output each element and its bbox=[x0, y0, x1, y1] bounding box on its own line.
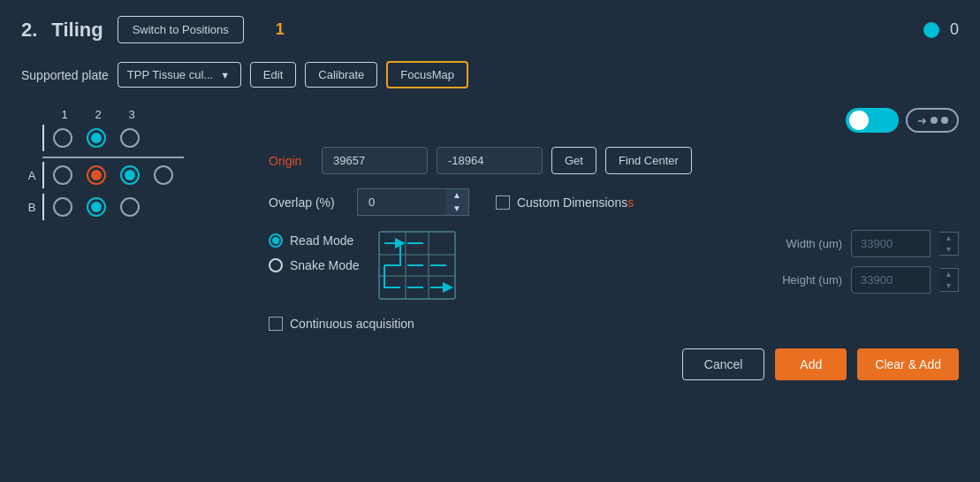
plate-dropdown-value: TPP Tissue cul... bbox=[127, 68, 213, 81]
mode-options: Read Mode Snake Mode bbox=[269, 230, 360, 272]
step-title: Tiling bbox=[51, 19, 103, 42]
cancel-button[interactable]: Cancel bbox=[682, 348, 765, 380]
col-header-2: 2 bbox=[81, 108, 115, 121]
count-badge: 1 bbox=[276, 20, 285, 39]
focusmap-button[interactable]: FocusMap bbox=[386, 61, 468, 88]
chevron-down-icon: ▼ bbox=[220, 70, 230, 80]
radio-cell-0-1[interactable] bbox=[80, 128, 113, 148]
dot-icon bbox=[931, 117, 938, 124]
col-header-3: 3 bbox=[115, 108, 148, 121]
clear-and-add-button[interactable]: Clear & Add bbox=[857, 348, 959, 380]
overlap-up-button[interactable]: ▲ bbox=[445, 189, 468, 203]
height-label: Height (um) bbox=[771, 273, 842, 287]
arrow-right-icon: ➜ bbox=[917, 114, 927, 127]
get-button[interactable]: Get bbox=[551, 147, 596, 174]
radio-cell-B-2[interactable] bbox=[113, 197, 147, 217]
width-down-button[interactable]: ▼ bbox=[939, 244, 958, 256]
arrow-control[interactable]: ➜ bbox=[906, 108, 959, 133]
radio-cell-B-0[interactable] bbox=[46, 197, 80, 217]
status-indicator bbox=[923, 22, 939, 38]
width-up-button[interactable]: ▲ bbox=[939, 233, 958, 244]
radio-cell-B-1[interactable] bbox=[80, 197, 113, 217]
read-mode-option[interactable]: Read Mode bbox=[269, 233, 360, 248]
plate-dropdown[interactable]: TPP Tissue cul... ▼ bbox=[118, 62, 241, 88]
height-down-button[interactable]: ▼ bbox=[939, 280, 958, 292]
calibrate-button[interactable]: Calibrate bbox=[305, 62, 377, 88]
height-up-button[interactable]: ▲ bbox=[939, 269, 958, 280]
height-input bbox=[851, 266, 931, 294]
radio-cell-A-1[interactable] bbox=[80, 165, 113, 185]
supported-plate-label: Supported plate bbox=[21, 68, 109, 82]
row-label-B: B bbox=[21, 201, 42, 214]
origin-x-input[interactable] bbox=[322, 147, 428, 174]
snake-mode-option[interactable]: Snake Mode bbox=[269, 258, 360, 272]
add-button[interactable]: Add bbox=[775, 348, 847, 380]
edit-button[interactable]: Edit bbox=[250, 62, 296, 88]
plate-grid: 1 2 3 bbox=[21, 108, 242, 380]
scan-diagram bbox=[377, 230, 457, 304]
custom-dimensions-checkbox[interactable] bbox=[496, 195, 510, 210]
origin-label: Origin bbox=[269, 154, 313, 168]
step-number: 2. bbox=[21, 19, 37, 42]
custom-dimensions-label: Custom Dimensionss bbox=[517, 195, 634, 210]
width-label: Width (um) bbox=[771, 237, 842, 250]
read-mode-label: Read Mode bbox=[290, 233, 353, 248]
col-header-1: 1 bbox=[48, 108, 81, 121]
radio-cell-A-1b[interactable] bbox=[113, 165, 147, 185]
radio-cell-0-2[interactable] bbox=[113, 128, 147, 148]
grid-horizontal-divider bbox=[42, 157, 184, 158]
radio-cell-A-0[interactable] bbox=[46, 165, 80, 185]
width-input bbox=[851, 230, 931, 257]
snake-mode-radio[interactable] bbox=[269, 258, 283, 272]
continuous-acquisition-label: Continuous acquisition bbox=[290, 317, 414, 331]
overlap-spinner: ▲ ▼ bbox=[357, 188, 469, 216]
switch-to-positions-button[interactable]: Switch to Positions bbox=[118, 16, 244, 43]
overlap-label: Overlap (%) bbox=[269, 195, 348, 210]
row-label-A: A bbox=[21, 169, 42, 182]
find-center-button[interactable]: Find Center bbox=[605, 147, 692, 174]
dimension-section: Width (um) ▲ ▼ Height (um) ▲ ▼ bbox=[771, 230, 959, 294]
overlap-input[interactable] bbox=[357, 188, 445, 216]
read-mode-radio[interactable] bbox=[269, 233, 283, 248]
toggle-switch[interactable] bbox=[846, 108, 899, 133]
radio-cell-0-0[interactable] bbox=[46, 128, 80, 148]
continuous-acquisition-checkbox[interactable] bbox=[269, 317, 283, 331]
status-count: 0 bbox=[950, 20, 959, 39]
radio-cell-A-2[interactable] bbox=[147, 165, 180, 185]
dot-icon-2 bbox=[941, 117, 948, 124]
toggle-thumb bbox=[849, 111, 869, 130]
overlap-down-button[interactable]: ▼ bbox=[445, 203, 468, 216]
snake-mode-label: Snake Mode bbox=[290, 258, 360, 272]
origin-y-input[interactable] bbox=[437, 147, 543, 174]
